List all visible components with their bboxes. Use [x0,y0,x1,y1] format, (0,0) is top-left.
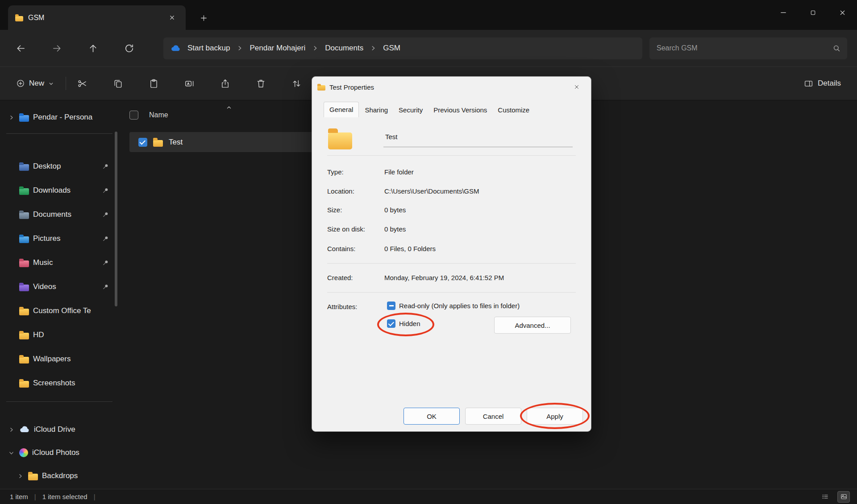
icloud-photos-icon [19,448,28,457]
ok-button[interactable]: OK [404,408,460,425]
field-value: File folder [384,168,577,176]
copy-button[interactable] [108,74,128,93]
breadcrumb-gsm[interactable]: GSM [380,42,403,54]
pictures-folder-icon [19,236,29,243]
breadcrumb-start-backup[interactable]: Start backup [185,42,233,54]
folder-name-input[interactable] [383,127,573,147]
sidebar-item-downloads[interactable]: Downloads [4,178,114,202]
tab-security[interactable]: Security [394,103,428,117]
sort-button[interactable] [287,74,306,93]
tab-gsm[interactable]: GSM [8,5,186,30]
dialog-tabs: General Sharing Security Previous Versio… [324,102,534,117]
minimize-button[interactable] [769,0,798,25]
field-label: Type: [327,168,384,176]
details-view-icon[interactable] [819,491,831,503]
search-box[interactable] [649,37,847,59]
sidebar-item-label: Pictures [33,234,98,243]
row-checkbox[interactable] [138,138,147,147]
search-input[interactable] [657,44,832,52]
forward-button[interactable] [49,40,65,56]
breadcrumb-pendar-mohajeri[interactable]: Pendar Mohajeri [247,42,308,54]
field-label: Attributes: [327,303,384,310]
name-column-header[interactable]: Name [129,111,168,120]
readonly-attribute: Read-only (Only applies to files in fold… [387,302,520,310]
file-row-test[interactable]: Test [129,132,339,152]
maximize-button[interactable] [798,0,828,25]
details-button[interactable]: Details [799,75,846,92]
paste-button[interactable] [144,74,163,93]
name-header-label: Name [149,111,168,119]
sidebar-item-pendar-personal[interactable]: Pendar - Persona [4,107,114,128]
field-label: Contains: [327,245,384,252]
field-created: Created: Monday, February 19, 2024, 6:41… [327,274,577,281]
cancel-button[interactable]: Cancel [465,408,521,425]
field-label: Location: [327,187,384,195]
tab-close-icon[interactable] [165,11,179,25]
sidebar-item-wallpapers[interactable]: Wallpapers [4,347,114,371]
up-button[interactable] [85,40,101,56]
select-all-checkbox[interactable] [129,111,138,120]
sidebar-scrollbar[interactable] [115,132,117,306]
chevron-right-icon[interactable] [7,427,15,433]
sidebar-item-music[interactable]: Music [4,251,114,275]
folder-icon [153,140,163,147]
tab-customize[interactable]: Customize [493,103,534,117]
folder-icon [28,474,38,480]
details-pane-icon [804,79,813,88]
sidebar-item-icloud-drive[interactable]: iCloud Drive [4,418,114,441]
navigation-bar: Start backup Pendar Mohajeri Documents G… [0,30,857,66]
new-tab-button[interactable] [196,11,212,25]
apply-button[interactable]: Apply [527,408,583,425]
sidebar-item-backdrops[interactable]: Backdrops [4,464,114,487]
sidebar-item-custom-office-templates[interactable]: Custom Office Te [4,299,114,323]
refresh-button[interactable] [121,40,137,56]
sidebar-item-documents[interactable]: Documents [4,202,114,227]
sort-ascending-icon[interactable] [226,104,232,111]
sidebar-item-hd[interactable]: HD [4,323,114,347]
sidebar-item-desktop[interactable]: Desktop [4,154,114,178]
chevron-right-icon[interactable] [16,473,24,479]
large-icons-view-icon[interactable] [837,491,850,503]
rename-button[interactable] [179,74,199,93]
tab-previous-versions[interactable]: Previous Versions [428,103,492,117]
cut-button[interactable] [72,74,92,93]
sidebar-item-label: Documents [33,210,98,219]
sidebar-item-icloud-photos[interactable]: iCloud Photos [4,441,114,464]
sidebar-item-pictures[interactable]: Pictures [4,227,114,251]
field-value: 0 bytes [384,225,577,233]
breadcrumb-documents[interactable]: Documents [322,42,366,54]
file-explorer-window: GSM [0,0,857,504]
field-location: Location: C:\Users\User\Documents\GSM [327,187,577,195]
sidebar-divider [6,133,112,134]
tab-sharing[interactable]: Sharing [360,103,393,117]
close-button[interactable] [828,0,857,25]
sidebar: Pendar - Persona Desktop Downloads Docum… [0,101,119,489]
breadcrumb[interactable]: Start backup Pendar Mohajeri Documents G… [163,37,642,59]
dialog-close-icon[interactable] [568,79,586,95]
field-label: Size: [327,206,384,214]
readonly-checkbox[interactable] [387,302,395,310]
field-size: Size: 0 bytes [327,206,577,214]
hidden-checkbox[interactable] [387,319,395,328]
delete-button[interactable] [251,74,270,93]
sidebar-item-label: iCloud Photos [32,448,114,457]
tab-title: GSM [28,14,160,22]
new-button[interactable]: New [11,75,59,91]
back-button[interactable] [12,40,29,56]
advanced-button[interactable]: Advanced... [494,317,571,334]
status-divider: | [94,493,96,500]
folder-icon [19,333,29,339]
sidebar-item-label: iCloud Drive [34,425,114,434]
search-icon[interactable] [832,44,841,53]
pin-icon [102,163,109,170]
chevron-right-icon[interactable] [7,115,15,120]
tab-general[interactable]: General [324,102,359,117]
status-bar: 1 item | 1 item selected | [0,489,857,504]
dialog-titlebar[interactable]: Test Properties [312,77,591,97]
chevron-down-icon[interactable] [7,450,15,456]
sidebar-item-screenshots[interactable]: Screenshots [4,371,114,395]
share-button[interactable] [215,74,235,93]
field-label: Created: [327,274,384,281]
sidebar-item-videos[interactable]: Videos [4,275,114,299]
window-controls [769,0,857,25]
